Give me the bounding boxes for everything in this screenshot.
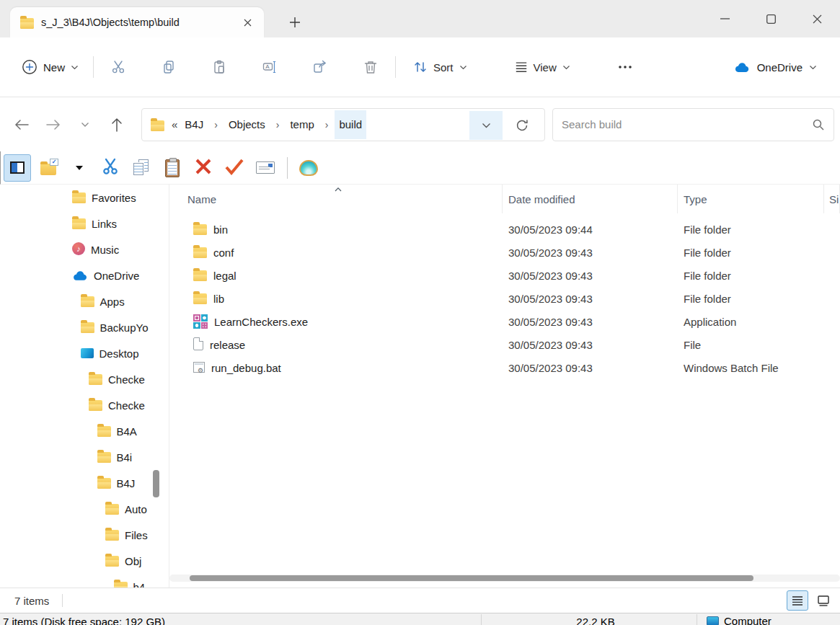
maximize-button[interactable]	[748, 0, 794, 37]
dropdown-arrow-button[interactable]	[66, 154, 93, 182]
table-row[interactable]: run_debug.bat 30/05/2023 09:43 Windows B…	[169, 356, 840, 379]
recent-locations-button[interactable]	[69, 110, 101, 139]
file-name: LearnCheckers.exe	[214, 316, 308, 328]
copy-docs-button[interactable]	[128, 154, 155, 182]
view-button[interactable]: View	[508, 53, 578, 81]
file-date-modified: 30/05/2023 09:43	[503, 293, 678, 305]
background-window-statusbar[interactable]: 7 items (Disk free space: 192 GB) 22.2 K…	[0, 613, 840, 625]
large-icons-view-button[interactable]	[813, 590, 834, 611]
sidebar-item[interactable]: b4	[0, 574, 153, 588]
plus-icon	[290, 17, 300, 27]
breadcrumb-item[interactable]: Objects	[224, 110, 270, 139]
sidebar-item[interactable]: Obj	[0, 548, 153, 574]
copy-button[interactable]	[153, 53, 185, 81]
computer-icon	[707, 616, 719, 625]
background-status-text: 7 items (Disk free space: 192 GB)	[3, 616, 165, 625]
rename-button[interactable]: A	[254, 53, 286, 81]
folder-new-button[interactable]	[35, 154, 62, 182]
close-button[interactable]	[794, 0, 840, 37]
search-input[interactable]	[562, 118, 812, 130]
search-box	[552, 108, 834, 141]
table-row[interactable]: release 30/05/2023 09:43 File	[169, 333, 840, 356]
table-row[interactable]: conf 30/05/2023 09:43 File folder	[169, 241, 840, 264]
table-row[interactable]: legal 30/05/2023 09:43 File folder	[169, 264, 840, 287]
sidebar-item[interactable]: BackupYo	[0, 314, 153, 340]
new-button[interactable]: New	[16, 53, 84, 81]
delete-button[interactable]	[355, 53, 386, 81]
new-label: New	[43, 61, 65, 74]
folder-icon	[81, 322, 94, 333]
breadcrumb-item[interactable]: temp	[286, 110, 318, 139]
table-row[interactable]: bin 30/05/2023 09:44 File folder	[169, 218, 840, 241]
paste-button[interactable]	[203, 53, 235, 81]
file-name: release	[210, 339, 245, 351]
forward-button[interactable]	[37, 110, 69, 139]
explorer-tab[interactable]: s_J_3\B4J\Objects\temp\build	[10, 7, 264, 37]
cut-button[interactable]	[102, 53, 134, 81]
paste-board-button[interactable]	[159, 154, 186, 182]
sidebar-item[interactable]: Links	[0, 210, 153, 236]
address-bar[interactable]: « B4J Objects temp build	[141, 108, 545, 141]
sort-button[interactable]: Sort	[406, 53, 474, 81]
back-button[interactable]	[6, 110, 37, 139]
email-icon	[256, 161, 275, 174]
check-mark-icon	[224, 158, 244, 177]
new-tab-button[interactable]	[283, 10, 307, 35]
chevron-down-icon	[81, 122, 89, 128]
sidebar-item[interactable]: Checke	[0, 366, 153, 392]
email-button[interactable]	[252, 154, 279, 182]
chevron-right-icon	[319, 119, 335, 130]
sidebar-item-label: B4A	[117, 425, 137, 438]
sidebar-item[interactable]: Favorites	[0, 185, 153, 210]
sidebar-item[interactable]: Music	[0, 236, 153, 262]
sidebar-scrollbar[interactable]	[153, 185, 169, 588]
sidebar-item[interactable]: B4J	[0, 470, 153, 496]
x-mark-button[interactable]	[190, 154, 217, 182]
folder-icon	[20, 18, 34, 29]
cut-blue-button[interactable]	[97, 154, 124, 182]
breadcrumb-item[interactable]: build	[335, 110, 366, 139]
minimize-button[interactable]	[702, 0, 748, 37]
tab-close-button[interactable]	[238, 13, 257, 32]
table-row[interactable]: LearnCheckers.exe 30/05/2023 09:43 Appli…	[169, 310, 840, 333]
onedrive-button[interactable]: OneDrive	[729, 53, 821, 81]
details-view-button[interactable]	[787, 590, 808, 611]
folder-icon	[97, 452, 111, 463]
sidebar-item[interactable]: OneDrive	[0, 262, 153, 288]
sidebar-item[interactable]: B4i	[0, 444, 153, 470]
sidebar-item[interactable]: Files	[0, 522, 153, 548]
view-label: View	[534, 61, 557, 74]
check-mark-button[interactable]	[221, 154, 248, 182]
clipboard-group: A	[102, 53, 386, 81]
column-header-date-modified[interactable]: Date modified	[503, 185, 678, 213]
breadcrumb-item[interactable]: B4J	[180, 110, 208, 139]
column-header-size[interactable]: Si	[824, 185, 840, 213]
share-button[interactable]	[304, 53, 336, 81]
table-row[interactable]: lib 30/05/2023 09:43 File folder	[169, 287, 840, 310]
more-options-button[interactable]	[612, 53, 638, 81]
maximize-icon	[766, 14, 776, 24]
file-date-modified: 30/05/2023 09:43	[503, 270, 678, 282]
scrollbar-thumb[interactable]	[153, 470, 159, 497]
up-button[interactable]	[101, 110, 133, 139]
breadcrumb-overflow[interactable]: «	[172, 118, 177, 130]
horizontal-scrollbar[interactable]	[169, 575, 840, 582]
onedrive-icon	[72, 270, 88, 283]
address-dropdown-button[interactable]	[469, 111, 503, 140]
folder-icon	[97, 478, 111, 489]
sidebar-item[interactable]: Apps	[0, 288, 153, 314]
refresh-button[interactable]	[507, 111, 537, 140]
shell-button[interactable]	[295, 154, 322, 182]
dropdown-arrow-icon	[76, 166, 83, 170]
chevron-down-icon	[482, 123, 491, 128]
scrollbar-thumb[interactable]	[190, 575, 753, 581]
sidebar-item[interactable]: Checke	[0, 392, 153, 418]
classic-toolbar	[0, 151, 840, 185]
column-header-type[interactable]: Type	[678, 185, 824, 213]
sidebar-item[interactable]: Auto	[0, 496, 153, 522]
sidebar-item[interactable]: Desktop	[0, 340, 153, 366]
sidebar-item[interactable]: B4A	[0, 418, 153, 444]
items-count: 7 items	[14, 595, 49, 607]
panel-toggle-button[interactable]	[4, 154, 31, 182]
paste-board-icon	[165, 159, 180, 177]
